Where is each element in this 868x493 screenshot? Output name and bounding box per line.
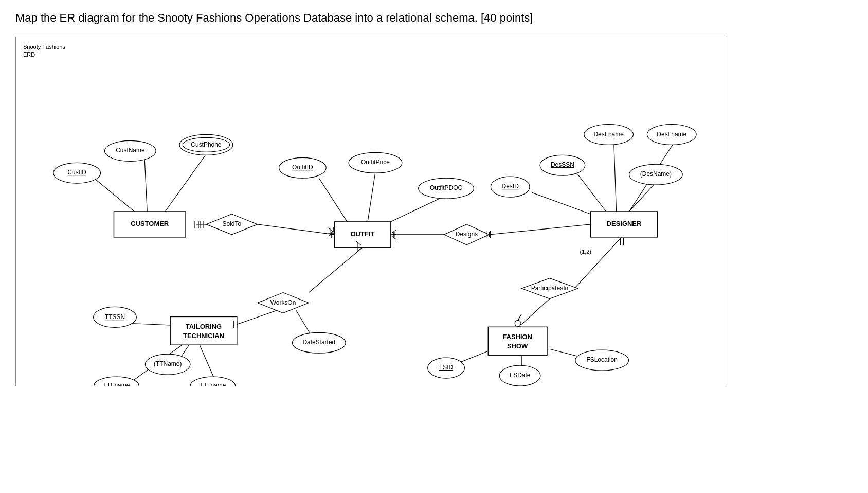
svg-text:TTFname: TTFname [103, 382, 130, 386]
svg-point-111 [515, 320, 521, 326]
svg-line-117 [356, 249, 361, 253]
svg-text:SoldTo: SoldTo [223, 220, 242, 227]
svg-line-27 [237, 310, 278, 324]
svg-line-23 [575, 237, 622, 288]
svg-text:FASHION: FASHION [502, 332, 532, 340]
svg-rect-54 [488, 327, 547, 355]
svg-text:CUSTOMER: CUSTOMER [131, 220, 169, 227]
svg-rect-51 [170, 316, 237, 345]
svg-text:Designs: Designs [456, 231, 478, 238]
svg-line-20 [614, 140, 617, 212]
svg-line-2 [165, 154, 206, 212]
svg-text:FSDate: FSDate [510, 372, 531, 379]
svg-line-112 [518, 314, 521, 320]
svg-text:DesFname: DesFname [593, 130, 624, 137]
page-title: Map the ER diagram for the Snooty Fashio… [15, 10, 632, 26]
svg-text:WorksOn: WorksOn [270, 298, 296, 306]
svg-text:TTSSN: TTSSN [105, 313, 125, 320]
svg-text:OutfitID: OutfitID [292, 164, 313, 171]
svg-text:DateStarted: DateStarted [302, 339, 335, 346]
svg-line-24 [521, 298, 550, 324]
svg-text:TTLname: TTLname [200, 382, 226, 386]
er-diagram: Snooty FashionsERD .entity-rect { fill: … [15, 37, 725, 386]
svg-text:(DesName): (DesName) [640, 170, 672, 178]
svg-text:ParticipatesIn: ParticipatesIn [531, 285, 568, 292]
svg-text:FSID: FSID [439, 364, 454, 371]
svg-text:DesID: DesID [502, 183, 519, 190]
svg-line-0 [96, 180, 135, 212]
svg-text:DesLname: DesLname [657, 130, 686, 137]
svg-line-22 [629, 181, 658, 212]
svg-text:DesSSN: DesSSN [551, 161, 574, 168]
svg-text:OUTFIT: OUTFIT [351, 230, 375, 238]
svg-line-30 [129, 323, 175, 325]
svg-line-1 [144, 160, 147, 212]
svg-line-25 [309, 248, 363, 293]
svg-line-9 [319, 178, 347, 222]
svg-line-11 [391, 196, 445, 222]
svg-text:(1,2): (1,2) [580, 249, 591, 255]
svg-text:CustPhone: CustPhone [191, 140, 221, 148]
svg-text:CustID: CustID [67, 169, 86, 176]
svg-text:OutfitPrice: OutfitPrice [361, 159, 390, 166]
svg-line-6 [258, 224, 335, 235]
svg-text:TAILORING: TAILORING [186, 323, 222, 330]
svg-text:SHOW: SHOW [507, 342, 528, 349]
svg-line-19 [532, 192, 591, 214]
svg-line-17 [489, 224, 590, 235]
svg-text:(TTName): (TTName) [154, 360, 182, 367]
svg-line-18 [578, 174, 606, 212]
svg-text:DESIGNER: DESIGNER [607, 220, 642, 227]
svg-text:FSLocation: FSLocation [586, 356, 617, 363]
svg-text:CustName: CustName [116, 147, 145, 154]
svg-line-29 [296, 310, 311, 336]
svg-line-10 [368, 172, 375, 222]
svg-text:OutfitPDOC: OutfitPDOC [430, 184, 462, 191]
svg-text:TECHNICIAN: TECHNICIAN [183, 332, 224, 340]
